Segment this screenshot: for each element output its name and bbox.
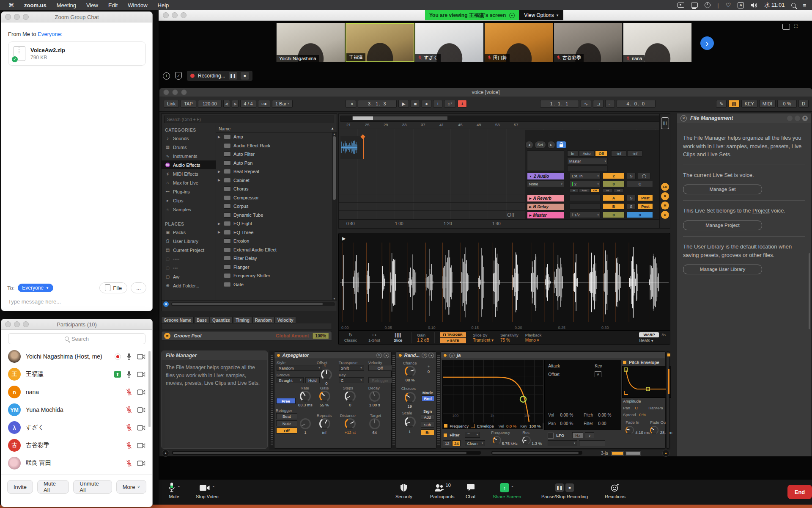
midi-map-button[interactable]: MIDI <box>759 100 776 108</box>
arp-style-menu[interactable]: Random <box>277 365 322 371</box>
browser-device-row[interactable]: ▶ Cabinet <box>216 176 337 185</box>
chat-button[interactable]: Chat <box>466 483 475 499</box>
mic-off-icon[interactable] <box>126 442 132 449</box>
pause-icon[interactable]: ❚❚ <box>555 483 564 492</box>
arp-target-knob[interactable] <box>369 418 380 429</box>
browser-device-row[interactable]: ▶ Filter Delay <box>216 254 337 263</box>
info-toggle-icon[interactable]: ● <box>163 301 169 307</box>
monitor-auto-button[interactable]: Auto <box>579 150 594 157</box>
security-shield-icon[interactable]: ✓ <box>175 72 182 80</box>
video-thumbnail[interactable]: 王福瀛 <box>346 23 414 62</box>
groove-pool-icon[interactable]: ≈ <box>164 333 170 339</box>
panel-circle-icon[interactable] <box>795 116 800 121</box>
save-preset-icon[interactable]: ▼ <box>384 353 389 358</box>
browser-device-row[interactable]: ▶ Beat Repeat <box>216 167 337 176</box>
audio-clip[interactable] <box>340 136 363 159</box>
browser-scrollbar[interactable]: ▲▼ <box>332 133 337 300</box>
expand-arrow-icon[interactable]: ▶ <box>218 178 221 182</box>
browser-device-row[interactable]: ▶ Dynamic Tube <box>216 211 337 220</box>
session-record-button[interactable]: + <box>458 100 467 108</box>
display-icon[interactable] <box>691 3 698 8</box>
browser-device-row[interactable]: ▶ External Audio Effect <box>216 246 337 254</box>
monitor-in-button[interactable]: In <box>567 150 578 157</box>
camera-icon[interactable] <box>137 425 145 431</box>
browser-category[interactable]: ♪ Sounds <box>162 134 216 143</box>
zoom-button[interactable] <box>181 89 187 95</box>
arp-repeats-knob[interactable] <box>319 418 330 429</box>
pause-stop-recording-button[interactable]: ❚❚ ■ Pause/Stop Recording <box>541 483 588 499</box>
pitch-envelope-graph[interactable] <box>622 366 671 398</box>
track-activator-a[interactable]: A <box>603 195 625 201</box>
envelope-swatch[interactable] <box>471 424 475 428</box>
participant-row[interactable]: n nana ⬆ <box>1 383 152 401</box>
panel-circle-icon[interactable] <box>787 116 793 121</box>
zoom-button[interactable] <box>23 14 29 20</box>
random-sign-bi[interactable]: Bi <box>421 429 434 435</box>
fade-in-knob[interactable] <box>625 426 634 434</box>
panel-scrollbar[interactable] <box>809 253 810 329</box>
arp-retrigger-note[interactable]: Note <box>276 420 297 426</box>
spotlight-icon[interactable] <box>791 3 796 8</box>
invite-button[interactable]: Invite <box>7 480 33 494</box>
record-button[interactable]: ● <box>422 100 431 108</box>
more-button[interactable]: More∨ <box>116 480 146 494</box>
draw-mode-button[interactable]: ✎ <box>716 100 727 108</box>
random-sign-add[interactable]: Add <box>421 414 434 420</box>
participants-scrollbar[interactable] <box>148 351 151 427</box>
quantize-menu[interactable]: 1 Bar ▾ <box>272 100 293 108</box>
solo-button-a[interactable]: S <box>627 195 636 201</box>
arp-retrigger-dim-button[interactable]: Retrigger <box>368 377 392 383</box>
key-map-button[interactable]: KEY <box>741 100 757 108</box>
arp-gate-knob[interactable] <box>319 391 330 402</box>
tempo-field[interactable]: 120.00 <box>198 100 222 108</box>
browser-category[interactable]: ♒ Audio Effects <box>162 160 216 169</box>
menubar-clock[interactable]: 水 11:01 <box>764 1 785 9</box>
fold-device-icon[interactable]: ▲ <box>449 353 455 358</box>
arrangement-position-field[interactable]: 3. 1. 3 <box>358 100 397 108</box>
arp-hold-button[interactable]: Hold <box>305 377 320 383</box>
lfo-value-box[interactable] <box>579 440 605 446</box>
clip-mode-button[interactable]: ↦ 1-Shot <box>362 333 386 342</box>
voice-waveform[interactable] <box>339 241 669 324</box>
set-locator-button[interactable]: Set <box>535 141 546 149</box>
browser-place[interactable]: ▢ Aw <box>162 272 216 281</box>
file-message-card[interactable]: ✓ VoiceAw2.zip 790 KB <box>8 41 146 66</box>
playback-control[interactable]: Playback Mono ▾ <box>522 333 545 342</box>
monitor-menu[interactable]: None▾ <box>527 181 564 187</box>
gallery-view-icon[interactable] <box>782 24 790 30</box>
next-page-button[interactable]: › <box>700 36 714 50</box>
camera-icon[interactable] <box>137 407 145 413</box>
stop-icon[interactable]: ■ <box>565 483 574 492</box>
close-panel-icon[interactable]: ✕ <box>680 115 687 121</box>
device-mini-view[interactable] <box>625 450 641 456</box>
input-source-icon[interactable]: A <box>738 2 744 8</box>
computer-midi-keyboard-button[interactable]: ▤ <box>728 100 739 108</box>
delay-input-box[interactable] <box>570 203 601 210</box>
post-button-a[interactable]: Post <box>638 195 653 201</box>
groove-column-header[interactable]: Groove Name <box>161 317 194 323</box>
expand-arrow-icon[interactable]: ▶ <box>218 222 221 226</box>
mute-all-button[interactable]: Mute All <box>37 480 69 494</box>
frequency-swatch[interactable] <box>444 424 447 428</box>
arm-button-2[interactable]: ◯ <box>638 173 650 179</box>
time-signature-field[interactable]: 4 / 4 <box>240 100 256 108</box>
mic-off-icon[interactable] <box>126 406 132 414</box>
audio-input-menu[interactable]: Ext. In▾ <box>570 173 601 179</box>
unmute-all-button[interactable]: Unmute All <box>73 480 112 494</box>
close-button[interactable] <box>163 12 169 18</box>
solo-button-2[interactable]: S <box>627 173 636 179</box>
send-file-button[interactable]: File <box>99 282 127 293</box>
device-drag-handle[interactable] <box>437 355 440 445</box>
slope-24-button[interactable]: 24 <box>452 440 461 446</box>
arp-free-button[interactable]: Free <box>276 398 296 404</box>
browser-device-row[interactable]: ▶ Auto Pan <box>216 159 337 168</box>
security-button[interactable]: Security <box>395 483 412 499</box>
link-button[interactable]: Link <box>164 100 179 108</box>
device-on-toggle[interactable] <box>398 353 402 357</box>
browser-device-row[interactable]: ▶ Flanger <box>216 263 337 272</box>
participant-row[interactable]: 王 王福瀛 ⬆ <box>1 365 152 383</box>
random-scale-knob[interactable] <box>405 417 416 428</box>
overdub-button[interactable]: + <box>433 100 442 108</box>
metronome-button[interactable]: ○● <box>258 100 270 108</box>
video-thumbnail[interactable]: nana <box>623 23 692 62</box>
